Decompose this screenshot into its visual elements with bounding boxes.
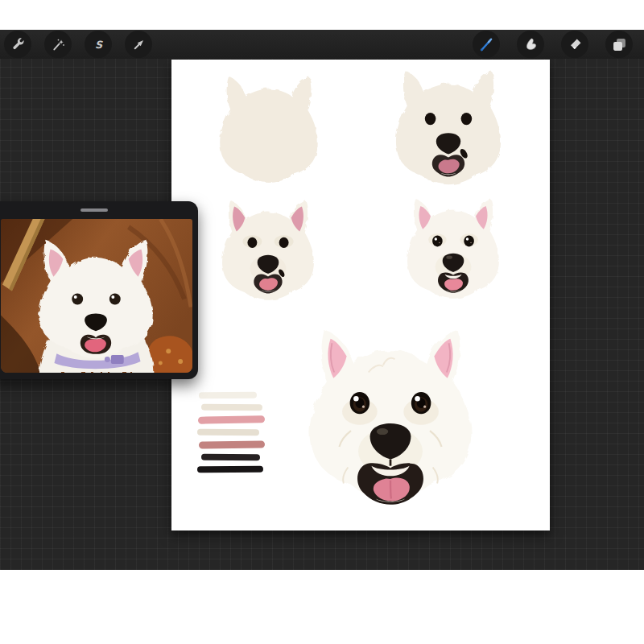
smudge-finger-icon (522, 36, 539, 53)
drag-handle[interactable] (80, 208, 108, 212)
selection-s-icon: S (91, 37, 106, 52)
smudge-button[interactable] (517, 31, 544, 58)
swatch-cream (201, 404, 262, 411)
reference-companion-window[interactable] (0, 201, 198, 379)
actions-button[interactable] (4, 31, 31, 58)
color-test-swatches (197, 392, 294, 478)
layers-button[interactable] (605, 31, 633, 58)
eraser-icon (567, 36, 584, 53)
transform-button[interactable] (125, 31, 152, 58)
swatch-black-2 (197, 466, 263, 473)
workspace-background (0, 59, 644, 570)
drawing-canvas[interactable] (171, 60, 550, 530)
app-screen: S (0, 0, 644, 644)
swatch-black-1 (201, 454, 260, 461)
transform-arrow-icon (131, 37, 147, 52)
swatch-ivory (199, 392, 257, 399)
swatch-pink (198, 415, 265, 423)
selection-button[interactable]: S (85, 31, 112, 58)
wrench-icon (10, 37, 26, 52)
artwork-step-1-base-head (205, 71, 332, 185)
swatch-beige (197, 429, 259, 436)
toolbar-left-group: S (4, 31, 152, 58)
artwork-step-3-ears-shading (212, 196, 324, 303)
toolbar-right-group (473, 31, 633, 58)
paint-brush-button[interactable] (473, 31, 500, 58)
paint-brush-icon (477, 35, 495, 53)
adjustments-button[interactable] (44, 31, 72, 58)
erase-button[interactable] (561, 31, 588, 58)
svg-text:S: S (94, 38, 102, 50)
top-toolbar: S (0, 30, 644, 59)
reference-photo (1, 219, 192, 373)
artwork-step-5-final (278, 321, 503, 518)
swatch-mauve (199, 440, 265, 448)
reference-titlebar[interactable] (0, 201, 198, 219)
magic-wand-icon (51, 37, 66, 52)
artwork-step-4-refined (393, 195, 514, 302)
layers-icon (611, 36, 628, 53)
artwork-step-2-face-blocked (383, 66, 514, 188)
